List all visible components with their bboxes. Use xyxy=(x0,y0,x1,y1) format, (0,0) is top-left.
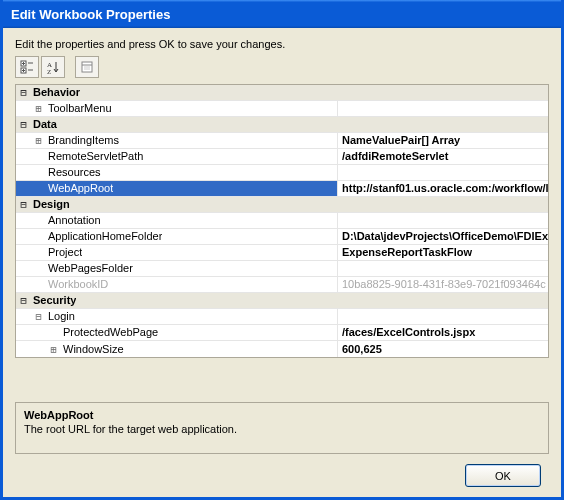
prop-value[interactable]: 600,625 xyxy=(338,341,548,357)
prop-value[interactable]: /faces/ExcelControls.jspx xyxy=(338,325,548,340)
dialog-content: Edit the properties and press OK to save… xyxy=(3,28,561,497)
property-pages-button[interactable] xyxy=(75,56,99,78)
prop-value[interactable]: /adfdiRemoteServlet xyxy=(338,149,548,164)
prop-name: Resources xyxy=(46,165,101,180)
category-label: Data xyxy=(31,117,57,132)
prop-value[interactable] xyxy=(338,213,548,228)
prop-value[interactable] xyxy=(338,261,548,276)
prop-name: BrandingItems xyxy=(46,133,119,148)
prop-value: 10ba8825-9018-431f-83e9-7021f093464c xyxy=(338,277,548,292)
prop-name: ToolbarMenu xyxy=(46,101,112,116)
prop-name: Annotation xyxy=(46,213,101,228)
description-panel: WebAppRoot The root URL for the target w… xyxy=(15,402,549,454)
collapse-icon[interactable]: ⊟ xyxy=(16,197,31,212)
property-toolbar: A Z xyxy=(15,56,549,78)
collapse-icon[interactable]: ⊟ xyxy=(16,293,31,308)
prop-value[interactable]: http://stanf01.us.oracle.com:/workflow/l xyxy=(338,181,548,196)
row-windowsize[interactable]: ⊞WindowSize 600,625 xyxy=(16,341,548,357)
svg-text:Z: Z xyxy=(47,68,51,74)
row-webapproot[interactable]: WebAppRoot http://stanf01.us.oracle.com:… xyxy=(16,181,548,197)
prop-value[interactable] xyxy=(338,101,548,116)
collapse-icon[interactable]: ⊟ xyxy=(16,85,31,100)
categorized-icon xyxy=(20,60,34,74)
row-project[interactable]: Project ExpenseReportTaskFlow xyxy=(16,245,548,261)
prop-name: WorkbookID xyxy=(46,277,108,292)
row-resources[interactable]: Resources xyxy=(16,165,548,181)
row-protectedwebpage[interactable]: ProtectedWebPage /faces/ExcelControls.js… xyxy=(16,325,548,341)
description-text: The root URL for the target web applicat… xyxy=(24,423,540,435)
category-label: Behavior xyxy=(31,85,80,100)
description-title: WebAppRoot xyxy=(24,409,540,421)
row-login[interactable]: ⊟Login xyxy=(16,309,548,325)
row-annotation[interactable]: Annotation xyxy=(16,213,548,229)
titlebar[interactable]: Edit Workbook Properties xyxy=(3,0,561,28)
collapse-icon[interactable]: ⊟ xyxy=(31,309,46,324)
prop-name: WebAppRoot xyxy=(46,181,113,196)
prop-name: WebPagesFolder xyxy=(46,261,133,276)
prop-value[interactable]: NameValuePair[] Array xyxy=(338,133,548,148)
prop-name: Project xyxy=(46,245,82,260)
prop-name: WindowSize xyxy=(61,342,124,357)
category-behavior[interactable]: ⊟Behavior xyxy=(16,85,548,101)
row-brandingitems[interactable]: ⊞BrandingItems NameValuePair[] Array xyxy=(16,133,548,149)
property-grid[interactable]: ⊟Behavior ⊞ToolbarMenu ⊟Data ⊞BrandingIt… xyxy=(15,84,549,358)
alphabetical-button[interactable]: A Z xyxy=(41,56,65,78)
window-title: Edit Workbook Properties xyxy=(11,7,170,22)
prop-value[interactable]: D:\Data\jdevProjects\OfficeDemo\FDIEx xyxy=(338,229,548,244)
category-label: Design xyxy=(31,197,70,212)
prop-name: Login xyxy=(46,309,75,324)
ok-button[interactable]: OK xyxy=(465,464,541,487)
category-label: Security xyxy=(31,293,76,308)
pages-icon xyxy=(80,60,94,74)
row-webpagesfolder[interactable]: WebPagesFolder xyxy=(16,261,548,277)
prop-name: RemoteServletPath xyxy=(46,149,143,164)
prop-value[interactable] xyxy=(338,309,548,324)
dialog-window: Edit Workbook Properties Edit the proper… xyxy=(0,0,564,500)
expand-icon[interactable]: ⊞ xyxy=(46,342,61,357)
expand-icon[interactable]: ⊞ xyxy=(31,133,46,148)
row-toolbarmenu[interactable]: ⊞ToolbarMenu xyxy=(16,101,548,117)
instruction-text: Edit the properties and press OK to save… xyxy=(15,38,549,50)
collapse-icon[interactable]: ⊟ xyxy=(16,117,31,132)
prop-name: ApplicationHomeFolder xyxy=(46,229,162,244)
categorized-button[interactable] xyxy=(15,56,39,78)
row-workbookid[interactable]: WorkbookID 10ba8825-9018-431f-83e9-7021f… xyxy=(16,277,548,293)
row-remoteservletpath[interactable]: RemoteServletPath /adfdiRemoteServlet xyxy=(16,149,548,165)
prop-name: ProtectedWebPage xyxy=(61,325,158,340)
sort-az-icon: A Z xyxy=(46,60,60,74)
prop-value[interactable]: ExpenseReportTaskFlow xyxy=(338,245,548,260)
prop-value[interactable] xyxy=(338,165,548,180)
category-security[interactable]: ⊟Security xyxy=(16,293,548,309)
category-design[interactable]: ⊟Design xyxy=(16,197,548,213)
expand-icon[interactable]: ⊞ xyxy=(31,101,46,116)
row-applicationhomefolder[interactable]: ApplicationHomeFolder D:\Data\jdevProjec… xyxy=(16,229,548,245)
category-data[interactable]: ⊟Data xyxy=(16,117,548,133)
button-bar: OK xyxy=(15,454,549,497)
